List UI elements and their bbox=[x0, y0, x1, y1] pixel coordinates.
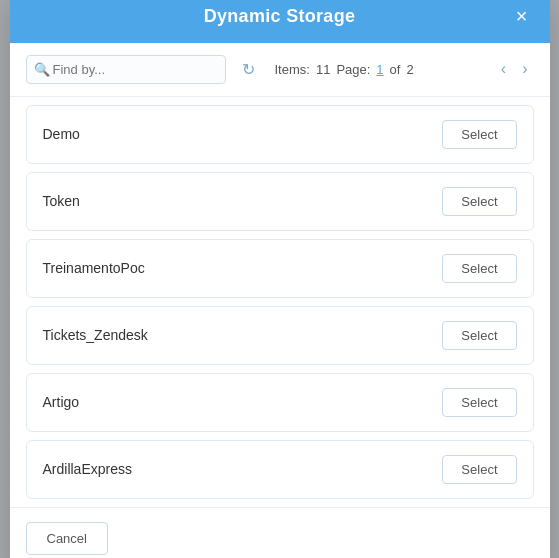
modal-footer: Cancel bbox=[10, 507, 550, 559]
prev-page-button[interactable]: ‹ bbox=[495, 58, 512, 80]
pagination-info: Items: 11 Page: 1 of 2 bbox=[275, 62, 414, 77]
item-name: Tickets_Zendesk bbox=[43, 327, 148, 343]
refresh-button[interactable]: ↻ bbox=[236, 56, 261, 83]
items-count: 11 bbox=[316, 62, 330, 77]
list-item: DemoSelect bbox=[26, 105, 534, 164]
item-name: Artigo bbox=[43, 394, 80, 410]
list-item: ArtigoSelect bbox=[26, 373, 534, 432]
cancel-button[interactable]: Cancel bbox=[26, 522, 108, 555]
of-label: of bbox=[390, 62, 401, 77]
select-button[interactable]: Select bbox=[442, 388, 516, 417]
select-button[interactable]: Select bbox=[442, 187, 516, 216]
modal-dialog: Dynamic Storage × 🔍 ↻ Items: 11 Page: 1 … bbox=[10, 0, 550, 558]
search-icon: 🔍 bbox=[34, 62, 50, 77]
next-page-button[interactable]: › bbox=[516, 58, 533, 80]
select-button[interactable]: Select bbox=[442, 321, 516, 350]
current-page: 1 bbox=[376, 62, 383, 77]
list-item: TokenSelect bbox=[26, 172, 534, 231]
item-name: Token bbox=[43, 193, 80, 209]
select-button[interactable]: Select bbox=[442, 254, 516, 283]
item-name: Demo bbox=[43, 126, 80, 142]
items-label: Items: bbox=[275, 62, 310, 77]
pagination-nav: ‹ › bbox=[495, 58, 534, 80]
select-button[interactable]: Select bbox=[442, 120, 516, 149]
page-label: Page: bbox=[336, 62, 370, 77]
list-item: TreinamentoPocSelect bbox=[26, 239, 534, 298]
select-button[interactable]: Select bbox=[442, 455, 516, 484]
modal-overlay: Dynamic Storage × 🔍 ↻ Items: 11 Page: 1 … bbox=[0, 0, 559, 558]
close-button[interactable]: × bbox=[510, 4, 534, 28]
list-item: ArdillaExpressSelect bbox=[26, 440, 534, 499]
item-name: TreinamentoPoc bbox=[43, 260, 145, 276]
total-pages: 2 bbox=[406, 62, 413, 77]
toolbar: 🔍 ↻ Items: 11 Page: 1 of 2 ‹ › bbox=[10, 43, 550, 97]
search-wrapper: 🔍 bbox=[26, 55, 226, 84]
list-item: Tickets_ZendeskSelect bbox=[26, 306, 534, 365]
modal-header: Dynamic Storage × bbox=[10, 0, 550, 43]
search-input[interactable] bbox=[26, 55, 226, 84]
items-list: DemoSelectTokenSelectTreinamentoPocSelec… bbox=[10, 97, 550, 507]
modal-title: Dynamic Storage bbox=[204, 6, 356, 27]
item-name: ArdillaExpress bbox=[43, 461, 132, 477]
